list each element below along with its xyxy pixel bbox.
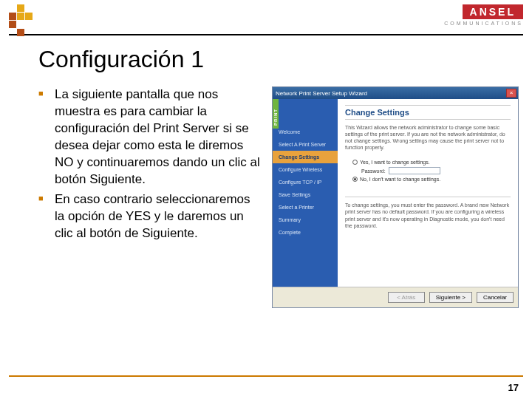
logo-square	[33, 4, 41, 12]
next-button[interactable]: Siguiente >	[429, 292, 472, 303]
brand-block: ANSEL COMMUNICATIONS	[444, 4, 523, 26]
logo-square	[9, 21, 16, 28]
logo-square	[33, 13, 41, 20]
brand-subtitle: COMMUNICATIONS	[444, 21, 523, 26]
wizard-main-panel: Change Settings This Wizard allows the n…	[338, 99, 518, 287]
header: ANSEL COMMUNICATIONS	[9, 0, 523, 35]
wizard-step[interactable]: Change Settings	[273, 151, 338, 163]
logo-square	[9, 29, 16, 36]
wizard-footer: < Atrás Siguiente > Cancelar	[273, 287, 518, 307]
bullet-item: En caso contrario seleccionaremos la opc…	[38, 191, 260, 242]
wizard-window: Network Print Server Setup Wizard × PRIN…	[272, 86, 519, 308]
password-label: Password:	[361, 168, 386, 174]
cancel-button[interactable]: Cancelar	[477, 292, 514, 303]
panel-description: This Wizard allows the network administr…	[345, 124, 511, 151]
logo-square	[17, 4, 24, 12]
wizard-title-text: Network Print Server Setup Wizard	[276, 90, 506, 97]
bullet-item: La siguiente pantalla que nos muestra es…	[38, 86, 260, 188]
logo-square	[9, 13, 16, 20]
option-yes[interactable]: Yes, I want to change settings.	[352, 160, 511, 165]
option-no-label: No, I don't want to change settings.	[360, 177, 440, 182]
page-number: 17	[508, 382, 519, 393]
bullet-list: La siguiente pantalla que nos muestra es…	[38, 86, 260, 308]
wizard-titlebar: Network Print Server Setup Wizard ×	[273, 87, 518, 99]
wizard-step[interactable]: Configure TCP / IP	[273, 176, 338, 188]
logo-square	[33, 21, 41, 28]
panel-note: To change settings, you must enter the p…	[345, 197, 511, 228]
logo-square	[17, 21, 24, 28]
password-input[interactable]	[389, 167, 440, 174]
footer-rule	[9, 375, 523, 377]
logo-square	[25, 29, 33, 36]
wizard-step[interactable]: Select A Print Server	[273, 138, 338, 151]
wizard-step[interactable]: Complete	[273, 226, 338, 239]
option-yes-label: Yes, I want to change settings.	[360, 160, 430, 165]
radio-icon	[352, 160, 358, 165]
wizard-body: PRINT WelcomeSelect A Print ServerChange…	[273, 99, 518, 287]
close-icon[interactable]: ×	[506, 89, 516, 98]
logo-square	[25, 4, 33, 12]
logo-square	[17, 13, 24, 20]
wizard-step[interactable]: Welcome	[273, 126, 338, 138]
wizard-step[interactable]: Save Settings	[273, 188, 338, 201]
print-tag: PRINT	[273, 99, 279, 129]
logo-square	[25, 13, 33, 20]
wizard-step[interactable]: Configure Wireless	[273, 163, 338, 176]
panel-title: Change Settings	[345, 105, 511, 120]
content-row: La siguiente pantalla que nos muestra es…	[0, 86, 532, 308]
back-button[interactable]: < Atrás	[388, 292, 425, 303]
option-no[interactable]: No, I don't want to change settings.	[352, 177, 511, 182]
logo-squares	[9, 4, 41, 36]
wizard-sidebar: PRINT WelcomeSelect A Print ServerChange…	[273, 99, 338, 287]
radio-icon	[352, 177, 358, 182]
logo-square	[9, 4, 16, 12]
logo-square	[25, 21, 33, 28]
brand-name: ANSEL	[463, 4, 523, 19]
logo-square	[17, 29, 24, 36]
wizard-step[interactable]: Select a Printer	[273, 201, 338, 214]
logo-square	[33, 29, 41, 36]
password-row: Password:	[361, 167, 511, 174]
page-title: Configuración 1	[38, 46, 532, 73]
wizard-step[interactable]: Summary	[273, 214, 338, 226]
